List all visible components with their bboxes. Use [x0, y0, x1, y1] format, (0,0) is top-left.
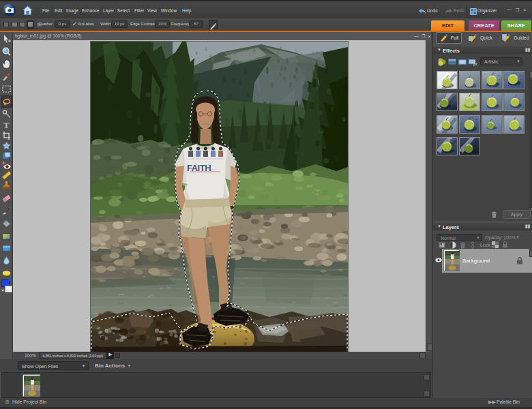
svg-text:fx: fx [473, 61, 477, 66]
svg-text:T: T [3, 120, 10, 130]
